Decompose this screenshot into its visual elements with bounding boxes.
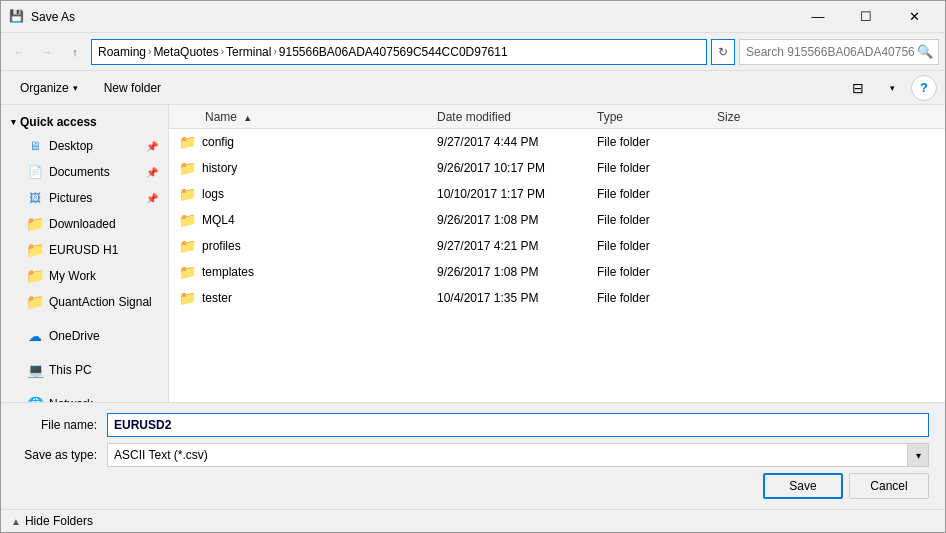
- breadcrumb[interactable]: Roaming › MetaQuotes › Terminal › 915566…: [91, 39, 707, 65]
- quick-access-chevron: ▾: [11, 117, 16, 127]
- date-cell: 9/26/2017 1:08 PM: [429, 265, 589, 279]
- file-folder-icon: 📁: [179, 134, 196, 150]
- table-row[interactable]: 📁 templates 9/26/2017 1:08 PM File folde…: [169, 259, 945, 285]
- file-folder-icon: 📁: [179, 238, 196, 254]
- window-icon: 💾: [9, 9, 25, 25]
- file-name: config: [202, 135, 234, 149]
- breadcrumb-folder-id[interactable]: 915566BA06ADA407569C544CC0D97611: [279, 45, 508, 59]
- column-type[interactable]: Type: [589, 110, 709, 124]
- sidebar-item-label: OneDrive: [49, 329, 100, 343]
- view-arrow-button[interactable]: ▾: [877, 75, 907, 101]
- thispc-icon: 💻: [27, 362, 43, 378]
- desktop-icon: 🖥: [27, 138, 43, 154]
- saveas-label: Save as type:: [17, 448, 107, 462]
- file-name: history: [202, 161, 237, 175]
- sidebar: ▾ Quick access 🖥 Desktop 📌 📄 Documents 📌…: [1, 105, 169, 402]
- cancel-button[interactable]: Cancel: [849, 473, 929, 499]
- up-button[interactable]: ↑: [63, 40, 87, 64]
- date-cell: 9/26/2017 1:08 PM: [429, 213, 589, 227]
- type-cell: File folder: [589, 135, 709, 149]
- table-row[interactable]: 📁 logs 10/10/2017 1:17 PM File folder: [169, 181, 945, 207]
- pin-icon: 📌: [146, 141, 158, 152]
- toolbar: Organize ▾ New folder ⊟ ▾ ?: [1, 71, 945, 105]
- column-size[interactable]: Size: [709, 110, 789, 124]
- minimize-button[interactable]: —: [795, 1, 841, 33]
- file-list: 📁 config 9/27/2017 4:44 PM File folder 📁…: [169, 129, 945, 402]
- window-title: Save As: [31, 10, 795, 24]
- sidebar-item-my-work[interactable]: 📁 My Work: [1, 263, 168, 289]
- type-cell: File folder: [589, 265, 709, 279]
- table-row[interactable]: 📁 profiles 9/27/2017 4:21 PM File folder: [169, 233, 945, 259]
- new-folder-button[interactable]: New folder: [93, 75, 172, 101]
- file-folder-icon: 📁: [179, 212, 196, 228]
- date-cell: 10/4/2017 1:35 PM: [429, 291, 589, 305]
- sidebar-item-desktop[interactable]: 🖥 Desktop 📌: [1, 133, 168, 159]
- saveas-select[interactable]: ASCII Text (*.csv): [107, 443, 929, 467]
- column-name[interactable]: Name ▲: [169, 110, 429, 124]
- sidebar-item-documents[interactable]: 📄 Documents 📌: [1, 159, 168, 185]
- save-button[interactable]: Save: [763, 473, 843, 499]
- back-button[interactable]: ←: [7, 40, 31, 64]
- file-name-cell: 📁 profiles: [169, 238, 429, 254]
- breadcrumb-metaquotes[interactable]: MetaQuotes: [153, 45, 218, 59]
- quick-access-label: Quick access: [20, 115, 97, 129]
- file-folder-icon: 📁: [179, 264, 196, 280]
- help-button[interactable]: ?: [911, 75, 937, 101]
- refresh-button[interactable]: ↻: [711, 39, 735, 65]
- pictures-icon: 🖼: [27, 190, 43, 206]
- table-row[interactable]: 📁 history 9/26/2017 10:17 PM File folder: [169, 155, 945, 181]
- sidebar-item-quantaction-signal[interactable]: 📁 QuantAction Signal: [1, 289, 168, 315]
- date-cell: 9/27/2017 4:21 PM: [429, 239, 589, 253]
- filename-row: File name:: [17, 413, 929, 437]
- filename-label: File name:: [17, 418, 107, 432]
- type-cell: File folder: [589, 161, 709, 175]
- saveas-arrow[interactable]: ▾: [907, 443, 929, 467]
- file-name-cell: 📁 tester: [169, 290, 429, 306]
- sidebar-item-onedrive[interactable]: ☁ OneDrive: [1, 323, 168, 349]
- table-row[interactable]: 📁 tester 10/4/2017 1:35 PM File folder: [169, 285, 945, 311]
- file-name-cell: 📁 logs: [169, 186, 429, 202]
- sidebar-item-label: Documents: [49, 165, 110, 179]
- column-date[interactable]: Date modified: [429, 110, 589, 124]
- sidebar-item-thispc[interactable]: 💻 This PC: [1, 357, 168, 383]
- sidebar-item-eurusd-h1[interactable]: 📁 EURUSD H1: [1, 237, 168, 263]
- sidebar-item-label: Pictures: [49, 191, 92, 205]
- search-wrapper: 🔍: [739, 39, 939, 65]
- view-button[interactable]: ⊟: [843, 75, 873, 101]
- folder-icon: 📁: [27, 294, 43, 310]
- search-input[interactable]: [739, 39, 939, 65]
- quick-access-header[interactable]: ▾ Quick access: [1, 109, 168, 133]
- table-row[interactable]: 📁 MQL4 9/26/2017 1:08 PM File folder: [169, 207, 945, 233]
- maximize-button[interactable]: ☐: [843, 1, 889, 33]
- onedrive-icon: ☁: [27, 328, 43, 344]
- sidebar-item-network[interactable]: 🌐 Network: [1, 391, 168, 402]
- sidebar-item-label: Downloaded: [49, 217, 116, 231]
- sort-arrow: ▲: [243, 113, 252, 123]
- table-row[interactable]: 📁 config 9/27/2017 4:44 PM File folder: [169, 129, 945, 155]
- hide-folders-label: Hide Folders: [25, 514, 93, 528]
- folder-icon: 📁: [27, 268, 43, 284]
- file-name: profiles: [202, 239, 241, 253]
- button-row: Save Cancel: [17, 473, 929, 499]
- close-button[interactable]: ✕: [891, 1, 937, 33]
- filename-input[interactable]: [107, 413, 929, 437]
- documents-icon: 📄: [27, 164, 43, 180]
- sidebar-item-downloaded[interactable]: 📁 Downloaded: [1, 211, 168, 237]
- folder-icon: 📁: [27, 242, 43, 258]
- window-controls: — ☐ ✕: [795, 1, 937, 33]
- file-list-area: Name ▲ Date modified Type Size 📁 config …: [169, 105, 945, 402]
- sidebar-item-label: EURUSD H1: [49, 243, 118, 257]
- sidebar-item-label: Desktop: [49, 139, 93, 153]
- breadcrumb-terminal[interactable]: Terminal: [226, 45, 271, 59]
- file-folder-icon: 📁: [179, 186, 196, 202]
- file-name: tester: [202, 291, 232, 305]
- hide-folders-row[interactable]: ▲ Hide Folders: [1, 509, 945, 532]
- organize-button[interactable]: Organize ▾: [9, 75, 89, 101]
- bottom-form: File name: Save as type: ASCII Text (*.c…: [1, 402, 945, 509]
- main-content: ▾ Quick access 🖥 Desktop 📌 📄 Documents 📌…: [1, 105, 945, 402]
- file-name-cell: 📁 MQL4: [169, 212, 429, 228]
- breadcrumb-roaming[interactable]: Roaming: [98, 45, 146, 59]
- forward-button[interactable]: →: [35, 40, 59, 64]
- type-cell: File folder: [589, 213, 709, 227]
- sidebar-item-pictures[interactable]: 🖼 Pictures 📌: [1, 185, 168, 211]
